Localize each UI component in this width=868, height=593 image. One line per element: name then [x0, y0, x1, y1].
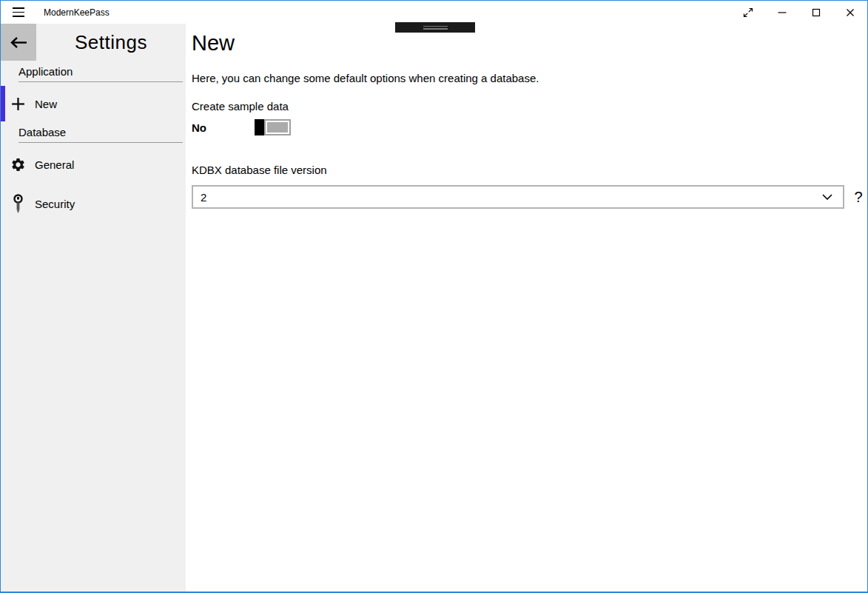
maximize-icon[interactable]	[799, 1, 833, 24]
window-controls	[731, 1, 867, 24]
hamburger-lines	[13, 7, 24, 17]
chevron-down-icon	[822, 194, 832, 200]
key-icon	[1, 194, 35, 214]
plus-icon	[1, 97, 35, 111]
selected-accent-bar	[1, 86, 5, 121]
sidebar-item-security[interactable]: Security	[1, 186, 186, 221]
toggle-state-label: No	[192, 121, 255, 134]
app-title: ModernKeePass	[44, 7, 110, 18]
back-arrow-icon	[10, 36, 28, 49]
titlebar: ModernKeePass	[1, 1, 867, 24]
sample-data-row: No	[192, 119, 864, 135]
toggle-knob	[255, 119, 264, 135]
kdbx-version-row: 2 ?	[192, 185, 864, 209]
kdbx-version-label: KDBX database file version	[192, 164, 864, 176]
kdbx-version-dropdown[interactable]: 2	[192, 185, 844, 209]
sample-data-toggle[interactable]	[255, 119, 291, 135]
minimize-icon[interactable]	[765, 1, 799, 24]
close-icon[interactable]	[833, 1, 867, 24]
fullscreen-icon[interactable]	[731, 1, 765, 24]
settings-title: Settings	[36, 24, 186, 61]
sidebar-item-label: Security	[35, 198, 75, 210]
page-title: New	[192, 31, 864, 56]
sidebar-item-label: General	[35, 158, 74, 171]
grip-handle-icon[interactable]	[395, 22, 475, 33]
page-description: Here, you can change some default option…	[192, 72, 864, 84]
sidebar-item-general[interactable]: General	[1, 147, 186, 182]
back-button[interactable]	[1, 24, 36, 61]
app-body: Settings Application New Database	[1, 24, 867, 592]
help-indicator[interactable]: ?	[852, 189, 864, 206]
toggle-track	[264, 119, 291, 135]
sidebar-item-new[interactable]: New	[1, 86, 186, 121]
hamburger-menu-icon[interactable]	[1, 1, 36, 24]
sidebar-item-label: New	[35, 98, 57, 110]
app-window: ModernKeePass	[0, 0, 868, 593]
dropdown-selected-value: 2	[201, 191, 822, 204]
sidebar-header: Settings	[1, 24, 186, 61]
gear-icon	[1, 157, 35, 172]
sample-data-label: Create sample data	[192, 100, 864, 113]
section-header-application: Application	[18, 65, 183, 82]
section-header-database: Database	[18, 126, 183, 143]
settings-page-new: New Here, you can change some default op…	[186, 24, 867, 592]
settings-sidebar: Settings Application New Database	[1, 24, 186, 592]
